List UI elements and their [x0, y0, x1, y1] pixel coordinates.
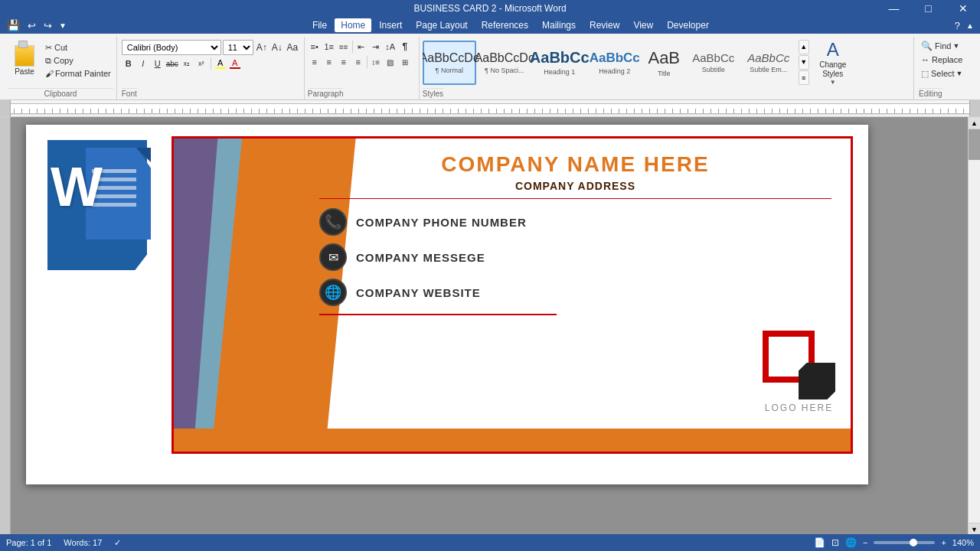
- bullets-button[interactable]: ≡•: [308, 40, 322, 54]
- view-print-button[interactable]: 📄: [814, 537, 825, 548]
- message-text: COMPANY MESSEGE: [356, 251, 485, 264]
- font-family-select[interactable]: Calibri (Body): [122, 40, 221, 55]
- paragraph-group-label: Paragraph: [308, 88, 344, 99]
- font-size-select[interactable]: 11: [223, 40, 253, 55]
- menu-references[interactable]: References: [475, 18, 534, 32]
- multilevel-list-button[interactable]: ≡≡: [337, 40, 351, 54]
- paste-button[interactable]: Paste: [8, 38, 41, 78]
- change-styles-button[interactable]: A Change Styles ▼: [811, 40, 855, 86]
- business-card: COMPANY NAME HERE COMPANY ADDRESS 📞 COMP…: [172, 136, 853, 454]
- menu-view[interactable]: View: [627, 18, 659, 32]
- scroll-down-button[interactable]: ▼: [969, 523, 980, 535]
- editing-group-label: Editing: [919, 88, 942, 99]
- save-icon[interactable]: 💾: [5, 18, 22, 33]
- logo-graphic: [763, 331, 835, 399]
- style-title-button[interactable]: AaB Title: [643, 41, 685, 85]
- align-right-button[interactable]: ≡: [337, 55, 351, 69]
- logo-area: LOGO HERE: [763, 331, 835, 413]
- style-normal-button[interactable]: AaBbCcDc ¶ Normal: [423, 41, 476, 85]
- style-heading2-button[interactable]: AaBbCc Heading 2: [588, 41, 642, 85]
- company-address: COMPANY ADDRESS: [319, 180, 831, 199]
- increase-indent-button[interactable]: ⇥: [369, 40, 383, 54]
- card-content: COMPANY NAME HERE COMPANY ADDRESS 📞 COMP…: [300, 139, 851, 429]
- help-icon[interactable]: ?: [953, 18, 962, 33]
- copy-button[interactable]: ⧉ Copy: [43, 54, 113, 67]
- borders-button[interactable]: ⊞: [398, 55, 412, 69]
- normal-preview: AaBbCcDc: [423, 51, 479, 65]
- find-button[interactable]: 🔍 Find ▼: [919, 40, 965, 52]
- font-group-label: Font: [122, 88, 137, 99]
- menu-insert[interactable]: Insert: [373, 18, 408, 32]
- heading2-preview: AaBbCc: [590, 51, 640, 66]
- menu-developer[interactable]: Developer: [661, 18, 715, 32]
- scroll-thumb[interactable]: [969, 129, 980, 160]
- style-no-spacing-button[interactable]: AaBbCcDc ¶ No Spaci...: [478, 41, 531, 85]
- redo-icon[interactable]: ↪: [41, 18, 54, 33]
- close-button[interactable]: ✕: [946, 0, 980, 17]
- zoom-out-button[interactable]: −: [863, 538, 867, 547]
- change-styles-label: Change Styles: [819, 60, 846, 79]
- bold-button[interactable]: B: [122, 57, 136, 70]
- menu-home[interactable]: Home: [335, 18, 371, 32]
- style-subtitle-button[interactable]: AaBbCc Subtitle: [687, 41, 740, 85]
- word-count: Words: 17: [64, 538, 102, 547]
- paintbrush-icon: 🖌: [45, 69, 54, 78]
- view-web-button[interactable]: 🌐: [845, 537, 857, 548]
- change-styles-icon: A: [827, 39, 839, 60]
- shading-button[interactable]: ▨: [384, 55, 397, 69]
- format-painter-button[interactable]: 🖌 Format Painter: [43, 67, 113, 80]
- select-button[interactable]: ⬚ Select ▼: [919, 67, 965, 80]
- ribbon-toggle[interactable]: ▲: [965, 20, 975, 31]
- underline-button[interactable]: U: [151, 57, 165, 70]
- style-heading1-button[interactable]: AaBbCc Heading 1: [533, 41, 586, 85]
- vertical-scrollbar[interactable]: ▲ ▼: [968, 117, 980, 535]
- customize-icon[interactable]: ▼: [57, 20, 68, 31]
- decrease-font-button[interactable]: A↓: [270, 41, 284, 54]
- styles-scroll-down[interactable]: ▼: [799, 55, 809, 70]
- undo-icon[interactable]: ↩: [25, 18, 38, 33]
- align-center-button[interactable]: ≡: [322, 55, 336, 69]
- title-preview: AaB: [648, 48, 680, 68]
- scroll-up-button[interactable]: ▲: [969, 117, 980, 129]
- align-left-button[interactable]: ≡: [308, 55, 322, 69]
- zoom-in-button[interactable]: +: [941, 538, 946, 547]
- style-subtle-em-button[interactable]: AaBbCc Subtle Em...: [742, 41, 795, 85]
- increase-font-button[interactable]: A↑: [255, 41, 269, 54]
- line-spacing-button[interactable]: ↕≡: [369, 55, 383, 69]
- maximize-button[interactable]: □: [911, 0, 946, 17]
- editing-group: 🔍 Find ▼ ↔ Replace ⬚ Select ▼ Editing: [914, 37, 975, 99]
- show-hide-button[interactable]: ¶: [398, 40, 412, 54]
- styles-scroll-up[interactable]: ▲: [799, 40, 809, 54]
- strikethrough-button[interactable]: abc: [165, 57, 179, 70]
- phone-icon: 📞: [319, 208, 347, 236]
- sort-button[interactable]: ↕A: [384, 40, 397, 54]
- justify-button[interactable]: ≡: [351, 55, 365, 69]
- superscript-button[interactable]: x²: [194, 57, 208, 70]
- decrease-indent-button[interactable]: ⇤: [354, 40, 368, 54]
- replace-button[interactable]: ↔ Replace: [919, 54, 965, 66]
- menu-page-layout[interactable]: Page Layout: [410, 18, 473, 32]
- zoom-slider[interactable]: [874, 541, 935, 544]
- italic-button[interactable]: I: [136, 57, 150, 70]
- clipboard-group: Paste ✂ Cut ⧉ Copy 🖌 Format Painter: [5, 37, 117, 99]
- minimize-button[interactable]: —: [877, 0, 911, 17]
- cut-button[interactable]: ✂ Cut: [43, 41, 113, 54]
- text-highlight-button[interactable]: A: [214, 57, 227, 70]
- numbering-button[interactable]: 1≡: [322, 40, 336, 54]
- subscript-button[interactable]: x₂: [180, 57, 194, 70]
- subtle-em-preview: AaBbCc: [747, 51, 789, 64]
- menu-file[interactable]: File: [306, 18, 333, 32]
- menu-review[interactable]: Review: [583, 18, 626, 32]
- highlight-icon: A: [217, 58, 223, 67]
- ruler-bar[interactable]: [11, 103, 969, 114]
- menu-mailings[interactable]: Mailings: [536, 18, 582, 32]
- change-styles-arrow: ▼: [830, 79, 836, 86]
- styles-expand[interactable]: ≡: [799, 70, 809, 85]
- view-fullscreen-button[interactable]: ⊡: [831, 537, 839, 548]
- clear-format-button[interactable]: Aa: [286, 41, 299, 54]
- replace-icon: ↔: [921, 55, 929, 64]
- font-color-button[interactable]: A: [228, 57, 242, 70]
- styles-group-label: Styles: [423, 88, 443, 99]
- card-divider: [319, 314, 557, 315]
- message-row: ✉ COMPANY MESSEGE: [319, 243, 831, 271]
